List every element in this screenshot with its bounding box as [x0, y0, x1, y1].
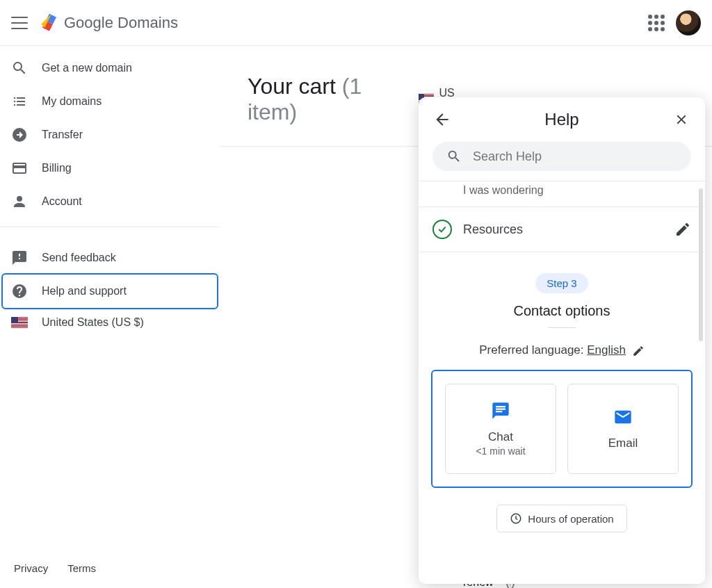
cart-title: Your cart (1 item) — [248, 74, 405, 125]
help-search-input[interactable] — [473, 149, 677, 164]
step-badge: Step 3 — [535, 273, 588, 293]
edit-icon[interactable] — [674, 221, 691, 238]
nav-label: Send feedback — [42, 252, 116, 264]
nav-feedback[interactable]: Send feedback — [0, 241, 220, 275]
help-title: Help — [452, 110, 672, 129]
back-button[interactable] — [432, 110, 452, 129]
brand-text: Google — [64, 14, 113, 31]
nav-transfer[interactable]: Transfer — [0, 118, 220, 152]
chat-option[interactable]: Chat <1 min wait — [445, 384, 556, 474]
contact-options: Chat <1 min wait Email — [431, 370, 693, 488]
nav-my-domains[interactable]: My domains — [0, 85, 220, 118]
footer-terms[interactable]: Terms — [67, 562, 96, 574]
help-panel: Help I was wondering Resources Step 3 Co… — [419, 97, 705, 584]
contact-title: Contact options — [419, 303, 705, 319]
menu-icon[interactable] — [11, 15, 28, 31]
scrollbar[interactable] — [699, 188, 703, 341]
nav-label: My domains — [42, 95, 102, 108]
avatar[interactable] — [676, 10, 701, 35]
prev-query: I was wondering — [419, 181, 705, 206]
nav-label: Account — [42, 195, 82, 208]
nav-label: Billing — [42, 162, 72, 174]
card-icon — [11, 160, 28, 177]
clock-icon — [510, 512, 522, 525]
email-label: Email — [608, 436, 638, 450]
check-circle-icon — [432, 220, 452, 239]
close-button[interactable] — [672, 110, 691, 129]
chat-wait: <1 min wait — [476, 446, 525, 457]
help-icon — [11, 283, 28, 300]
nav-account[interactable]: Account — [0, 185, 220, 218]
chat-label: Chat — [488, 430, 513, 444]
nav-billing[interactable]: Billing — [0, 152, 220, 185]
nav-label: United States (US $) — [42, 316, 144, 329]
resources-row[interactable]: Resources — [419, 206, 705, 252]
language-value[interactable]: English — [587, 343, 626, 357]
apps-icon[interactable] — [648, 15, 665, 31]
help-search[interactable] — [432, 142, 691, 171]
feedback-icon — [11, 250, 28, 266]
transfer-icon — [11, 126, 28, 143]
nav-help[interactable]: Help and support — [3, 275, 217, 308]
nav-label: Transfer — [42, 129, 83, 141]
edit-icon[interactable] — [632, 345, 645, 357]
nav-label: Get a new domain — [42, 62, 132, 74]
nav-new-domain[interactable]: Get a new domain — [0, 51, 220, 85]
person-icon — [11, 193, 28, 210]
email-icon — [613, 407, 633, 427]
sidebar: Get a new domain My domains Transfer Bil… — [0, 46, 220, 588]
footer-privacy[interactable]: Privacy — [14, 562, 48, 574]
search-icon — [11, 60, 28, 76]
product-text: Domains — [118, 14, 178, 31]
list-icon — [11, 93, 28, 110]
chat-icon — [491, 401, 510, 420]
search-icon — [446, 149, 462, 164]
flag-us-icon — [11, 317, 28, 328]
language-row: Preferred language: English — [419, 343, 705, 357]
hours-button[interactable]: Hours of operation — [496, 505, 626, 532]
nav-region[interactable]: United States (US $) — [0, 308, 220, 337]
nav-label: Help and support — [42, 285, 127, 297]
resources-label: Resources — [463, 222, 663, 237]
logo[interactable]: Google Domains — [39, 13, 178, 33]
email-option[interactable]: Email — [567, 384, 679, 474]
